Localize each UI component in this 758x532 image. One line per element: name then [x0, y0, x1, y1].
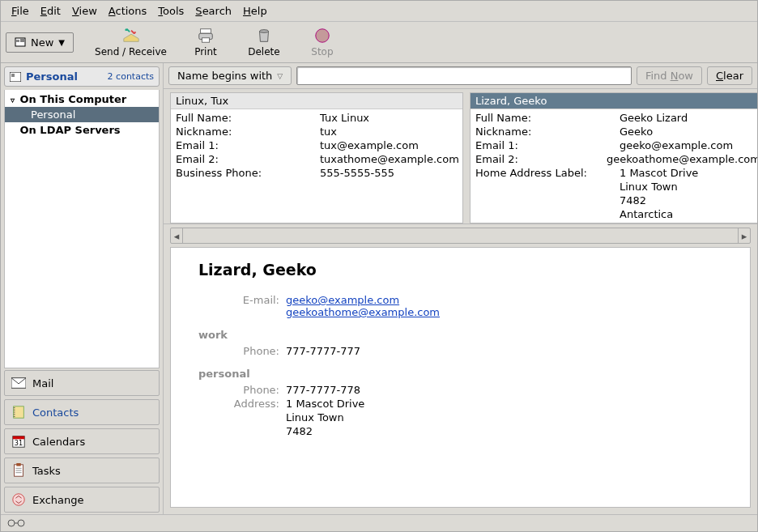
search-type-dropdown[interactable]: Name begins with ▽ — [168, 66, 292, 85]
field-label: Email 2: — [471, 152, 605, 166]
tree-item-personal[interactable]: Personal — [5, 107, 159, 122]
field-value: Geeko Lizard — [618, 111, 757, 125]
field-label: Home Address Label: — [471, 166, 618, 180]
field-label: Address: — [198, 397, 286, 411]
svg-point-8 — [316, 29, 330, 43]
stop-button: Stop — [295, 25, 350, 59]
search-input[interactable] — [296, 66, 632, 85]
menubar: File Edit View Actions Tools Search Help — [1, 1, 757, 22]
detail-section: personalPhone:777-7777-778Address:1 Masc… — [198, 368, 722, 438]
new-button[interactable]: New ▼ — [6, 32, 74, 53]
sidebar: Personal 2 contacts ▿ On This Computer P… — [1, 63, 164, 514]
field-label: Nickname: — [171, 125, 318, 138]
field-value: 1 Mascot Drive — [618, 166, 757, 180]
field-label — [198, 424, 286, 438]
folder-tree[interactable]: ▿ On This Computer Personal On LDAP Serv… — [4, 90, 160, 368]
scroll-right-arrow[interactable]: ▸ — [738, 228, 750, 243]
printer-icon — [197, 27, 215, 45]
detail-name: Lizard, Geeko — [198, 261, 722, 279]
field-value: Linux Town — [286, 411, 344, 424]
nav-mail[interactable]: Mail — [4, 370, 160, 396]
card-icon — [10, 72, 21, 82]
sidebar-title: Personal — [26, 70, 78, 83]
field-label: Business Phone: — [171, 166, 318, 180]
field-value: 7482 — [286, 424, 313, 438]
menu-help[interactable]: Help — [237, 2, 273, 19]
field-label: Full Name: — [471, 111, 618, 125]
menu-edit[interactable]: Edit — [35, 2, 66, 19]
field-value: tux — [318, 125, 462, 138]
detail-email-list: geeko@example.comgeekoathome@example.com — [286, 293, 440, 319]
nav-contacts[interactable]: Contacts — [4, 399, 160, 425]
detail-section: workPhone:777-7777-777 — [198, 329, 722, 358]
contact-card[interactable]: Linux, TuxFull Name:Tux LinuxNickname:tu… — [170, 92, 463, 223]
menu-actions[interactable]: Actions — [103, 2, 153, 19]
horizontal-scrollbar[interactable]: ◂ ▸ — [170, 228, 751, 244]
field-label — [198, 411, 286, 424]
field-label: Email 2: — [171, 152, 318, 166]
contact-count: 2 contacts — [108, 71, 154, 82]
field-label — [471, 180, 618, 194]
field-value: tux@example.com — [318, 138, 462, 152]
svg-rect-1 — [16, 40, 19, 42]
menu-file[interactable]: File — [6, 2, 35, 19]
print-button[interactable]: Print — [178, 25, 233, 59]
field-value: geeko@example.com — [618, 138, 757, 152]
app-window: File Edit View Actions Tools Search Help… — [0, 0, 758, 532]
find-now-button[interactable]: Find Now — [637, 66, 702, 85]
exchange-icon — [11, 492, 26, 507]
menu-search[interactable]: Search — [190, 2, 237, 19]
card-icon — [15, 36, 26, 48]
nav-exchange[interactable]: Exchange — [4, 487, 160, 513]
field-value: 555-5555-555 — [318, 166, 462, 180]
field-label: Email 1: — [471, 138, 618, 152]
clear-button[interactable]: Clear — [707, 66, 752, 85]
new-button-label: New — [31, 36, 53, 49]
svg-point-7 — [259, 30, 268, 33]
contact-detail-pane: Lizard, Geeko E-mail: geeko@example.comg… — [170, 247, 751, 508]
field-value: 777-7777-777 — [286, 344, 360, 358]
field-label — [471, 194, 618, 207]
chevron-down-icon: ▼ — [58, 38, 65, 47]
svg-rect-6 — [202, 38, 209, 43]
field-value: 7482 — [618, 194, 757, 207]
svg-rect-12 — [14, 406, 24, 418]
svg-rect-4 — [201, 29, 211, 34]
svg-point-20 — [18, 520, 24, 526]
svg-rect-10 — [11, 74, 15, 77]
envelope-icon — [11, 376, 26, 390]
field-value: tuxathome@example.com — [318, 152, 462, 166]
email-link[interactable]: geekoathome@example.com — [286, 306, 440, 318]
trash-icon — [255, 27, 273, 45]
content-area: Personal 2 contacts ▿ On This Computer P… — [1, 63, 757, 514]
field-label: Nickname: — [471, 125, 618, 138]
send-receive-button[interactable]: Send / Receive — [87, 25, 175, 59]
menu-view[interactable]: View — [66, 2, 103, 19]
nav-calendars[interactable]: 31 Calendars — [4, 428, 160, 454]
section-heading: personal — [198, 368, 722, 380]
contact-card[interactable]: Lizard, GeekoFull Name:Geeko LizardNickn… — [470, 92, 757, 223]
cards-row: Linux, TuxFull Name:Tux LinuxNickname:tu… — [164, 89, 757, 224]
delete-button[interactable]: Delete — [236, 25, 292, 59]
field-value: Linux Town — [618, 180, 757, 194]
detail-email-label: E-mail: — [198, 293, 286, 319]
toolbar: New ▼ Send / Receive Print Delete Stop — [1, 22, 757, 63]
chevron-down-icon: ▽ — [277, 72, 283, 80]
field-label: Full Name: — [171, 111, 318, 125]
field-value: Tux Linux — [318, 111, 462, 125]
calendar-icon: 31 — [11, 434, 26, 449]
email-link[interactable]: geeko@example.com — [286, 294, 399, 306]
online-indicator-icon — [7, 519, 25, 527]
tree-group-ldap[interactable]: On LDAP Servers — [5, 122, 159, 138]
menu-tools[interactable]: Tools — [152, 2, 190, 19]
svg-rect-17 — [16, 463, 20, 466]
main-pane: Name begins with ▽ Find Now Clear Linux,… — [164, 63, 757, 514]
tree-group-local[interactable]: ▿ On This Computer — [5, 92, 159, 107]
section-heading: work — [198, 329, 722, 341]
sidebar-header[interactable]: Personal 2 contacts — [4, 66, 160, 87]
card-title: Lizard, Geeko — [471, 93, 757, 109]
scroll-left-arrow[interactable]: ◂ — [171, 228, 183, 243]
field-label: Phone: — [198, 383, 286, 397]
nav-tasks[interactable]: Tasks — [4, 458, 160, 483]
notebook-icon — [11, 405, 26, 419]
